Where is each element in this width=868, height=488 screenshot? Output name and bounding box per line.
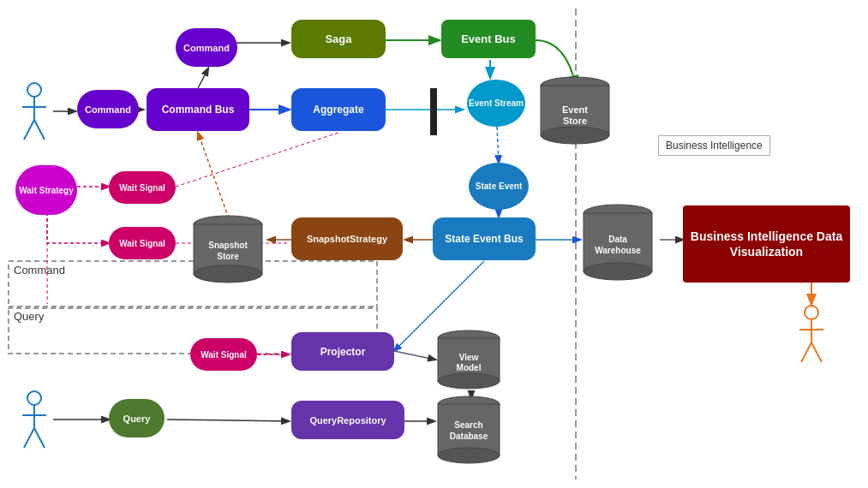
snapshot-strategy-node: SnapshotStrategy [291,217,403,260]
wait-strategy-node: Wait Strategy [15,165,77,215]
projector-node: Projector [291,332,394,371]
event-stream-label: Event Stream [469,98,524,109]
svg-line-12 [497,127,499,163]
svg-text:Event: Event [562,104,588,115]
event-bus-label: Event Bus [461,33,516,45]
svg-text:View: View [459,353,479,362]
svg-line-39 [24,428,34,448]
bi-viz-label: Business Intelligence Data Visualization [690,229,843,259]
svg-text:Search: Search [454,420,482,430]
command-boundary-label: Command [14,264,65,277]
svg-text:Warehouse: Warehouse [595,246,641,255]
svg-line-40 [34,428,45,448]
svg-line-44 [801,342,811,362]
query-circle: Query [109,399,165,437]
wait-signal-2: Wait Signal [109,227,176,259]
state-event-bus-node: State Event Bus [433,217,536,260]
bi-label-box: Business Intelligence [658,135,770,156]
wait-signal-3-label: Wait Signal [201,350,247,360]
wait-signal-1-label: Wait Signal [119,183,165,193]
diagram-container: Command Bus Aggregate Saga Event Bus Eve… [0,0,868,488]
event-store-cylinder: Event Store [537,75,613,146]
command-circle-left-label: Command [85,104,131,115]
svg-point-36 [27,391,41,405]
command-circle-top-label: Command [183,43,230,53]
data-warehouse-cylinder: Data Warehouse [580,203,655,282]
user-bottom-figure [15,390,53,454]
saga-node: Saga [291,20,386,58]
state-event-bus-label: State Event Bus [445,233,523,245]
user-left-figure [15,81,53,146]
saga-label: Saga [325,33,351,45]
search-database-cylinder: Search Database [434,396,503,467]
user-right-figure [793,304,830,368]
svg-point-68 [438,448,500,463]
state-event-circle: State Event [469,163,529,210]
svg-line-7 [198,68,208,88]
command-bus-node: Command Bus [147,88,249,131]
svg-line-20 [394,351,435,360]
svg-text:Database: Database [450,431,488,441]
query-repository-label: QueryRepository [309,415,386,426]
command-circle-left: Command [77,90,139,128]
svg-text:Store: Store [217,252,239,261]
wait-signal-2-label: Wait Signal [119,239,165,248]
wait-strategy-label: Wait Strategy [19,186,74,195]
svg-point-58 [584,263,652,280]
bi-viz-node: Business Intelligence Data Visualization [683,205,850,283]
wait-signal-3: Wait Signal [190,338,257,371]
bi-label-text: Business Intelligence [666,140,763,152]
state-event-label: State Event [476,182,522,192]
svg-rect-11 [430,88,437,135]
view-model-cylinder: View Model [434,330,503,391]
projector-label: Projector [320,346,366,358]
aggregate-node: Aggregate [291,88,386,131]
svg-line-27 [167,420,289,421]
svg-point-63 [438,373,500,389]
wait-signal-1: Wait Signal [109,171,176,204]
svg-line-34 [24,120,34,140]
event-bus-node: Event Bus [441,20,536,58]
svg-line-18 [198,133,229,218]
query-boundary-label: Query [14,310,44,323]
svg-text:Store: Store [563,116,587,126]
query-repository-node: QueryRepository [291,401,404,439]
svg-point-41 [805,306,818,319]
svg-point-53 [194,265,262,283]
svg-line-23 [176,133,338,187]
svg-line-35 [34,120,45,140]
command-circle-top: Command [176,28,237,67]
svg-point-31 [27,83,41,97]
svg-point-48 [541,127,609,144]
snapshot-strategy-label: SnapshotStrategy [307,234,387,244]
svg-line-45 [811,342,822,362]
svg-text:Model: Model [457,363,482,372]
event-stream-circle: Event Stream [467,80,525,127]
svg-text:Snapshot: Snapshot [208,241,248,250]
svg-text:Data: Data [608,235,627,244]
command-bus-label: Command Bus [162,104,235,116]
aggregate-label: Aggregate [313,104,363,116]
snapshot-store-cylinder: Snapshot Store [190,214,266,284]
query-circle-label: Query [123,414,151,424]
